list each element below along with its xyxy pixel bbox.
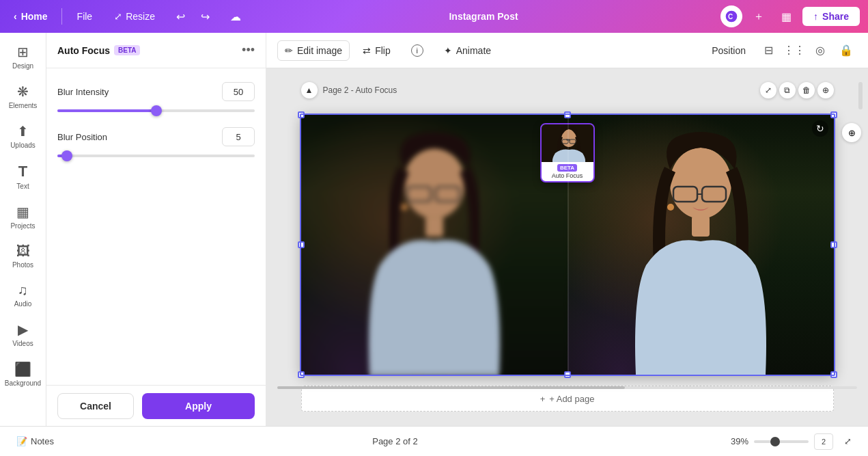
info-button[interactable]: i	[404, 40, 431, 62]
blur-intensity-track[interactable]	[57, 109, 255, 112]
main-layout: ⊞ Design ❋ Elements ⬆ Uploads T Text ▦ P…	[0, 33, 868, 426]
photos-icon: 🖼	[16, 243, 30, 259]
sidebar-audio-label: Audio	[14, 300, 32, 308]
handle-mid-left[interactable]	[298, 241, 305, 248]
svg-rect-12	[692, 216, 710, 237]
refresh-button[interactable]: ↻	[812, 120, 828, 137]
lock-icon-btn[interactable]: 🔒	[835, 40, 857, 62]
sidebar-item-text[interactable]: T Text	[3, 157, 44, 196]
cancel-button[interactable]: Cancel	[57, 393, 134, 419]
topbar: ‹ Home File ⤢ Resize ↩ ↪ ☁ Instagram Pos…	[0, 0, 868, 33]
bottom-center: Page 2 of 2	[68, 436, 723, 446]
canvas-viewport[interactable]: ▲ Page 2 - Auto Focus ⤢ ⧉ 🗑 ⊕	[266, 68, 868, 426]
sidebar-item-videos[interactable]: ▶ Videos	[3, 316, 44, 353]
horizontal-scrollbar-thumb[interactable]	[277, 386, 625, 389]
delete-button[interactable]: 🗑	[798, 82, 815, 98]
undo-icon: ↩	[176, 10, 185, 23]
cloud-save-icon[interactable]: ☁	[225, 5, 247, 27]
bottom-bar: 📝 Notes Page 2 of 2 39% 2 ⤢	[0, 426, 868, 456]
blur-position-row: Blur Position 5	[57, 127, 255, 146]
grid-icon-btn[interactable]: ⋮⋮	[783, 40, 805, 62]
left-panel: Auto Focus BETA ••• Blur Intensity 50	[46, 33, 266, 426]
svg-point-13	[667, 204, 674, 211]
position-button[interactable]: Position	[704, 40, 753, 61]
canvas-area: ✏ Edit image ⇄ Flip i ✦ Animate Position…	[266, 33, 868, 426]
videos-icon: ▶	[18, 321, 28, 338]
blur-position-thumb[interactable]	[61, 150, 72, 161]
page-number-button[interactable]: 2	[814, 433, 833, 450]
flip-button[interactable]: ⇄ Flip	[355, 40, 398, 61]
canvas-page[interactable]: BETA Auto Focus ↻	[301, 115, 834, 375]
sidebar-item-elements[interactable]: ❋ Elements	[3, 78, 44, 115]
panel-footer: Cancel Apply	[46, 385, 266, 426]
sidebar-projects-label: Projects	[10, 222, 35, 230]
horizontal-scrollbar-track[interactable]	[277, 386, 857, 389]
blur-intensity-value[interactable]: 50	[222, 82, 255, 101]
blur-intensity-thumb[interactable]	[151, 105, 162, 116]
sidebar-item-projects[interactable]: ▦ Projects	[3, 198, 44, 235]
zoom-slider[interactable]	[754, 440, 809, 443]
fullscreen-button[interactable]: ⤢	[839, 433, 857, 450]
redo-icon: ↪	[201, 10, 210, 23]
sidebar-item-design[interactable]: ⊞ Design	[3, 38, 44, 75]
add-button[interactable]: ＋	[748, 5, 770, 27]
handle-mid-right[interactable]	[830, 241, 837, 248]
page-collapse-button[interactable]: ▲	[301, 82, 318, 98]
redo-button[interactable]: ↪	[195, 5, 216, 27]
right-panel-expand[interactable]: ⊕	[842, 123, 861, 142]
undo-button[interactable]: ↩	[170, 5, 192, 27]
blur-position-group: Blur Position 5	[57, 127, 255, 159]
more-options-button[interactable]: ⊕	[817, 82, 834, 98]
panel-more-button[interactable]: •••	[242, 43, 255, 57]
background-icon: ⬛	[14, 361, 31, 377]
canvas-toolbar: ✏ Edit image ⇄ Flip i ✦ Animate Position…	[266, 33, 868, 68]
blur-position-track[interactable]	[57, 155, 255, 157]
blur-intensity-group: Blur Intensity 50	[57, 82, 255, 113]
notes-label: Notes	[31, 436, 54, 446]
handle-top-left[interactable]	[298, 111, 305, 118]
page-label-text: Page 2 - Auto Focus	[323, 85, 397, 95]
home-button[interactable]: ‹ Home	[8, 8, 53, 25]
edit-image-label: Edit image	[297, 45, 342, 56]
expand-button[interactable]: ⤢	[760, 82, 776, 98]
panel-title: Auto Focus BETA	[57, 45, 236, 56]
document-title: Instagram Post	[449, 11, 518, 22]
notes-icon: 📝	[16, 436, 27, 446]
share-button[interactable]: ↑ Share	[802, 7, 860, 26]
resize-button[interactable]: ⤢ Resize	[107, 8, 162, 25]
blur-intensity-row: Blur Intensity 50	[57, 82, 255, 101]
zoom-level: 39%	[731, 436, 748, 446]
sidebar-item-uploads[interactable]: ⬆ Uploads	[3, 118, 44, 155]
topbar-divider	[61, 8, 62, 25]
edit-image-button[interactable]: ✏ Edit image	[277, 40, 350, 61]
blur-position-value[interactable]: 5	[222, 127, 255, 146]
filter-icon-btn[interactable]: ⊟	[757, 40, 779, 62]
blur-position-label: Blur Position	[57, 132, 107, 142]
apply-button[interactable]: Apply	[142, 393, 255, 419]
eye-icon-btn[interactable]: ◎	[809, 40, 831, 62]
sidebar-item-photos[interactable]: 🖼 Photos	[3, 238, 44, 274]
design-icon: ⊞	[17, 44, 29, 60]
resize-icon: ⤢	[114, 11, 122, 22]
sidebar-item-audio[interactable]: ♫ Audio	[3, 277, 44, 313]
handle-top-right[interactable]	[830, 111, 837, 118]
present-button[interactable]: ▦	[775, 5, 797, 27]
uploads-icon: ⬆	[17, 123, 29, 139]
sidebar-photos-label: Photos	[12, 261, 33, 269]
handle-bot-left[interactable]	[298, 371, 305, 378]
chevron-left-icon: ‹	[14, 11, 17, 22]
share-label: Share	[822, 11, 849, 22]
file-button[interactable]: File	[70, 8, 100, 25]
animate-icon: ✦	[444, 45, 452, 56]
sidebar-text-label: Text	[16, 183, 29, 190]
undo-redo-group: ↩ ↪	[170, 5, 216, 27]
sidebar-item-background[interactable]: ⬛ Background	[3, 356, 44, 392]
zoom-thumb[interactable]	[770, 437, 780, 446]
copy-button[interactable]: ⧉	[779, 82, 796, 98]
projects-icon: ▦	[16, 204, 29, 220]
sidebar-design-label: Design	[12, 62, 33, 70]
notes-button[interactable]: 📝 Notes	[11, 433, 59, 450]
animate-button[interactable]: ✦ Animate	[436, 40, 499, 61]
fullscreen-icon: ⤢	[844, 436, 852, 446]
handle-bot-right[interactable]	[830, 371, 837, 378]
